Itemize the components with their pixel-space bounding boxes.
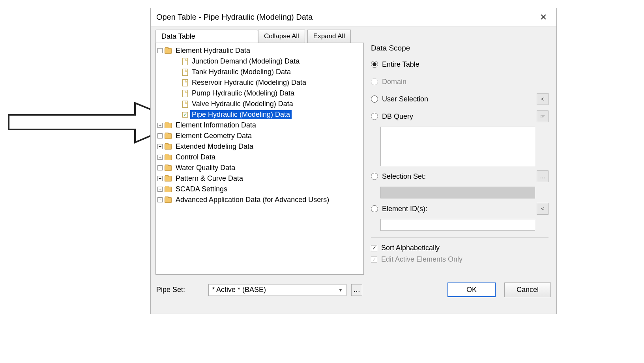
chevron-down-icon: ▼: [338, 287, 343, 293]
folder-icon: [165, 197, 172, 203]
expand-toggle-icon[interactable]: +: [157, 155, 163, 160]
tree-label: SCADA Settings: [174, 185, 229, 194]
tree-node-child[interactable]: Pump Hydraulic (Modeling) Data: [157, 88, 362, 99]
expand-toggle-icon[interactable]: +: [157, 144, 163, 149]
titlebar: Open Table - Pipe Hydraulic (Modeling) D…: [151, 8, 556, 26]
folder-icon: [165, 155, 172, 160]
radio-domain: [371, 78, 378, 85]
pipe-set-combo[interactable]: * Active * (BASE) ▼: [208, 284, 346, 296]
folder-icon: [165, 123, 172, 128]
selection-set-browse-button[interactable]: …: [537, 170, 549, 182]
tree-node-sibling[interactable]: + SCADA Settings: [157, 184, 362, 195]
radio-user-selection[interactable]: [371, 95, 378, 103]
data-table-label: Data Table: [155, 30, 258, 43]
folder-icon: [165, 187, 172, 192]
tree-label: Reservoir Hydraulic (Modeling) Data: [190, 78, 308, 87]
tree-node-selected[interactable]: ✓ Pipe Hydraulic (Modeling) Data: [157, 109, 362, 120]
tree-node-child[interactable]: Junction Demand (Modeling) Data: [157, 56, 362, 67]
tree-label: Element Geometry Data: [174, 131, 253, 140]
page-icon: [182, 90, 188, 97]
radio-db-query[interactable]: [371, 113, 378, 120]
tree-node-sibling[interactable]: + Pattern & Curve Data: [157, 173, 362, 184]
page-icon: [182, 69, 188, 76]
expand-toggle-icon[interactable]: +: [157, 187, 163, 192]
tree-node-sibling[interactable]: + Advanced Application Data (for Advance…: [157, 195, 362, 205]
tree-panel[interactable]: − Element Hydraulic Data Junction Demand…: [155, 43, 364, 275]
tree-node-sibling[interactable]: + Extended Modeling Data: [157, 141, 362, 152]
folder-icon: [165, 176, 172, 182]
tree-label: Element Information Data: [174, 121, 258, 130]
radio-label: User Selection: [382, 95, 428, 103]
folder-icon: [165, 133, 172, 139]
checkbox-sort-alpha[interactable]: [371, 245, 377, 251]
tree-label: Water Quality Data: [174, 163, 237, 172]
tree-label: Pump Hydraulic (Modeling) Data: [190, 89, 296, 98]
tree-label: Valve Hydraulic (Modeling) Data: [190, 99, 295, 109]
radio-element-ids[interactable]: [371, 205, 378, 212]
tree-label: Extended Modeling Data: [174, 142, 255, 151]
page-icon: [182, 79, 188, 86]
data-scope-panel: Data Scope Entire Table Domain User Sele…: [371, 43, 549, 275]
combo-value: * Active * (BASE): [212, 286, 266, 294]
radio-label: Entire Table: [382, 60, 419, 69]
dialog-title: Open Table - Pipe Hydraulic (Modeling) D…: [156, 13, 313, 22]
tree-label: Advanced Application Data (for Advanced …: [174, 195, 331, 204]
radio-label: Element ID(s):: [382, 205, 427, 213]
folder-icon: [165, 165, 172, 171]
ok-button[interactable]: OK: [447, 283, 496, 297]
folder-icon: [165, 144, 172, 150]
tree-node-sibling[interactable]: + Element Information Data: [157, 120, 362, 131]
tree-node-child[interactable]: Reservoir Hydraulic (Modeling) Data: [157, 77, 362, 88]
tree-node-root[interactable]: − Element Hydraulic Data: [157, 45, 362, 56]
open-table-dialog: Open Table - Pipe Hydraulic (Modeling) D…: [150, 8, 557, 314]
radio-label: Selection Set:: [382, 172, 426, 181]
expand-toggle-icon[interactable]: +: [157, 176, 163, 181]
check-icon: ✓: [182, 112, 188, 118]
expand-toggle-icon[interactable]: +: [157, 123, 163, 128]
select-elements-button[interactable]: <: [537, 93, 549, 105]
tree-node-sibling[interactable]: + Element Geometry Data: [157, 131, 362, 141]
expand-all-button[interactable]: Expand All: [307, 30, 351, 43]
checkbox-label: Edit Active Elements Only: [381, 255, 462, 264]
expand-toggle-icon[interactable]: +: [157, 133, 163, 138]
tree-label: Control Data: [174, 153, 217, 162]
pipe-set-browse-button[interactable]: …: [351, 284, 362, 296]
folder-icon: [165, 48, 172, 54]
collapse-all-button[interactable]: Collapse All: [258, 30, 305, 43]
expand-toggle-icon[interactable]: +: [157, 197, 163, 202]
page-icon: [182, 101, 188, 108]
page-icon: [182, 58, 188, 65]
close-icon[interactable]: ✕: [536, 11, 551, 24]
divider: [371, 237, 549, 238]
scope-title: Data Scope: [371, 43, 549, 54]
radio-label: DB Query: [382, 112, 413, 121]
radio-selection-set[interactable]: [371, 173, 378, 180]
tree-label: Pattern & Curve Data: [174, 174, 245, 183]
radio-entire-table[interactable]: [371, 61, 378, 68]
tree-node-sibling[interactable]: + Water Quality Data: [157, 163, 362, 173]
checkbox-label: Sort Alphabetically: [381, 244, 440, 252]
radio-label: Domain: [382, 78, 406, 86]
element-ids-input[interactable]: [380, 219, 535, 231]
tree-label-selected: Pipe Hydraulic (Modeling) Data: [190, 110, 292, 119]
pipe-set-label: Pipe Set:: [156, 286, 204, 294]
db-query-picker-button[interactable]: ☞: [537, 110, 549, 122]
collapse-toggle-icon[interactable]: −: [157, 48, 163, 53]
tree-label: Junction Demand (Modeling) Data: [190, 57, 301, 66]
cancel-button[interactable]: Cancel: [504, 283, 551, 297]
db-query-textarea[interactable]: [380, 127, 535, 166]
selection-set-dropdown[interactable]: [380, 187, 535, 198]
tree-node-child[interactable]: Tank Hydraulic (Modeling) Data: [157, 67, 362, 77]
footer-row: Pipe Set: * Active * (BASE) ▼ … OK Cance…: [151, 279, 556, 297]
element-id-picker-button[interactable]: <: [537, 203, 549, 215]
tree-node-sibling[interactable]: + Control Data: [157, 152, 362, 163]
expand-toggle-icon[interactable]: +: [157, 165, 163, 170]
tree-label: Tank Hydraulic (Modeling) Data: [190, 67, 292, 77]
toolbar-row: Data Table Collapse All Expand All: [151, 26, 556, 43]
checkbox-edit-active: [371, 256, 377, 263]
tree-label-root: Element Hydraulic Data: [174, 46, 252, 55]
tree-node-child[interactable]: Valve Hydraulic (Modeling) Data: [157, 99, 362, 109]
